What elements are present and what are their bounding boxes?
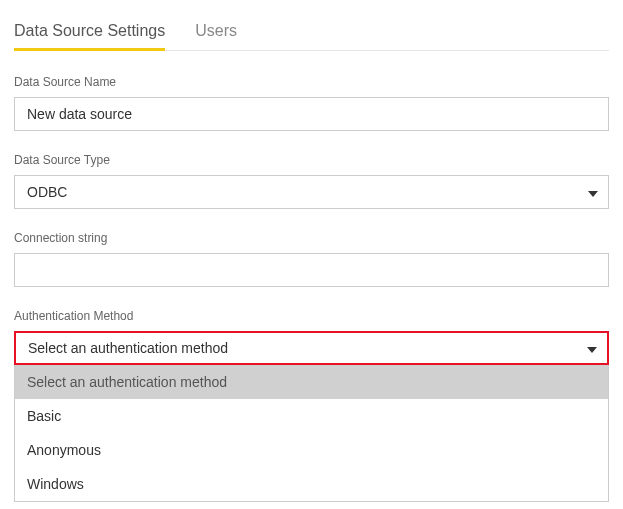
input-data-source-name[interactable] bbox=[14, 97, 609, 131]
dropdown-authentication-method: Select an authentication method Basic An… bbox=[14, 365, 609, 502]
option-basic[interactable]: Basic bbox=[15, 399, 608, 433]
option-anonymous[interactable]: Anonymous bbox=[15, 433, 608, 467]
option-windows[interactable]: Windows bbox=[15, 467, 608, 501]
tab-bar: Data Source Settings Users bbox=[14, 14, 609, 51]
label-data-source-type: Data Source Type bbox=[14, 153, 609, 167]
select-data-source-type[interactable]: ODBC bbox=[14, 175, 609, 209]
option-placeholder[interactable]: Select an authentication method bbox=[15, 365, 608, 399]
tab-users[interactable]: Users bbox=[195, 14, 237, 50]
select-data-source-type-value: ODBC bbox=[27, 184, 67, 200]
label-connection-string: Connection string bbox=[14, 231, 609, 245]
label-data-source-name: Data Source Name bbox=[14, 75, 609, 89]
chevron-down-icon bbox=[587, 340, 597, 356]
field-data-source-name: Data Source Name bbox=[14, 75, 609, 131]
select-authentication-method-value: Select an authentication method bbox=[28, 340, 228, 356]
input-connection-string[interactable] bbox=[14, 253, 609, 287]
label-authentication-method: Authentication Method bbox=[14, 309, 609, 323]
field-connection-string: Connection string bbox=[14, 231, 609, 287]
select-authentication-method[interactable]: Select an authentication method bbox=[14, 331, 609, 365]
field-authentication-method: Authentication Method Select an authenti… bbox=[14, 309, 609, 502]
chevron-down-icon bbox=[588, 184, 598, 200]
tab-data-source-settings[interactable]: Data Source Settings bbox=[14, 14, 165, 50]
field-data-source-type: Data Source Type ODBC bbox=[14, 153, 609, 209]
